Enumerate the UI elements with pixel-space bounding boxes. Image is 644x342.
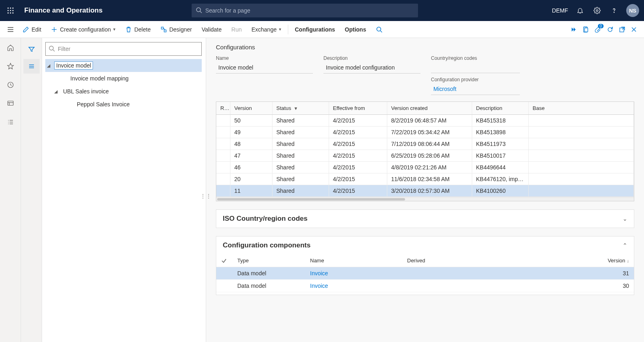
col-select[interactable] bbox=[216, 254, 232, 267]
tree-node-label: Invoice model mapping bbox=[69, 75, 130, 82]
cell-description: KB4496644 bbox=[472, 162, 528, 173]
nav-toggle-button[interactable] bbox=[3, 26, 18, 33]
grid-row[interactable]: 11Shared4/2/20153/20/2018 02:57:30 AMKB4… bbox=[216, 185, 634, 197]
filter-icon[interactable]: ▼ bbox=[293, 106, 298, 111]
rail-modules-button[interactable] bbox=[5, 116, 16, 128]
components-section-title: Configuration components bbox=[223, 241, 310, 249]
cell-rebase bbox=[216, 150, 230, 162]
cell-created: 6/25/2019 05:28:06 AM bbox=[387, 150, 472, 162]
global-search-input[interactable] bbox=[192, 4, 418, 17]
cell-select[interactable] bbox=[216, 280, 232, 292]
cell-name[interactable]: Invoice bbox=[305, 267, 402, 280]
description-label: Description bbox=[323, 55, 420, 61]
grid-row[interactable]: 47Shared4/2/20156/25/2019 05:28:06 AMKB4… bbox=[216, 150, 634, 162]
splitter-handle[interactable]: ⋮⋮ bbox=[204, 190, 207, 202]
col-description[interactable]: Description bbox=[472, 102, 528, 115]
filter-toggle-button[interactable] bbox=[23, 42, 40, 57]
related-info-button[interactable] bbox=[570, 26, 577, 33]
validate-button[interactable]: Validate bbox=[197, 21, 227, 38]
cell-rebase bbox=[216, 115, 230, 127]
cell-version: 30 bbox=[467, 280, 634, 292]
settings-button[interactable] bbox=[592, 6, 602, 15]
tree-filter-input[interactable] bbox=[45, 42, 202, 56]
configurations-button[interactable]: Configurations bbox=[290, 21, 340, 38]
cell-select[interactable] bbox=[216, 267, 232, 280]
rail-favorites-button[interactable] bbox=[5, 61, 16, 72]
tree-node-invoice-model-mapping[interactable]: Invoice model mapping bbox=[45, 72, 202, 85]
cell-rebase bbox=[216, 173, 230, 185]
grid-row[interactable]: 20Shared4/2/201511/6/2018 02:34:58 AMKB4… bbox=[216, 173, 634, 185]
caret-icon[interactable]: ◢ bbox=[47, 63, 54, 68]
col-derived[interactable]: Derived bbox=[402, 254, 467, 267]
caret-icon[interactable]: ◢ bbox=[54, 89, 61, 94]
notifications-button[interactable] bbox=[575, 6, 585, 15]
col-version[interactable]: Version bbox=[230, 102, 272, 115]
search-icon bbox=[376, 26, 382, 33]
search-icon bbox=[49, 45, 55, 52]
exchange-button[interactable]: Exchange ▾ bbox=[247, 21, 286, 38]
user-avatar[interactable]: NS bbox=[626, 4, 639, 17]
grid-row[interactable]: 46Shared4/2/20154/8/2019 02:21:26 AMKB44… bbox=[216, 162, 634, 173]
cell-description: KB4510017 bbox=[472, 150, 528, 162]
popout-button[interactable] bbox=[619, 26, 625, 33]
col-name[interactable]: Name bbox=[305, 254, 402, 267]
svg-point-7 bbox=[10, 13, 11, 14]
configurations-label: Configurations bbox=[295, 26, 335, 33]
cell-created: 7/12/2019 08:06:44 AM bbox=[387, 138, 472, 150]
plus-icon bbox=[51, 26, 57, 33]
cell-version: 20 bbox=[230, 173, 272, 185]
delete-button[interactable]: Delete bbox=[120, 21, 155, 38]
options-button[interactable]: Options bbox=[340, 21, 371, 38]
grid-row[interactable]: 48Shared4/2/20157/12/2019 08:06:44 AMKB4… bbox=[216, 138, 634, 150]
attachments-button[interactable]: 0 bbox=[595, 26, 601, 33]
col-effective[interactable]: Effective from bbox=[329, 102, 387, 115]
tree-node-invoice-model[interactable]: ◢ Invoice model bbox=[45, 59, 202, 72]
col-type[interactable]: Type bbox=[232, 254, 305, 267]
rail-home-button[interactable] bbox=[5, 42, 16, 53]
cell-status: Shared bbox=[272, 115, 329, 127]
cell-description: KB4515318 bbox=[472, 115, 528, 127]
provider-value[interactable]: Microsoft bbox=[431, 84, 520, 95]
description-value[interactable]: Invoice model configuration bbox=[323, 63, 420, 74]
component-row[interactable]: Data modelInvoice30 bbox=[216, 280, 634, 292]
tree-node-peppol-sales-invoice[interactable]: Peppol Sales Invoice bbox=[45, 98, 202, 111]
app-launcher-button[interactable] bbox=[5, 5, 16, 16]
cell-name[interactable]: Invoice bbox=[305, 280, 402, 292]
grid-row[interactable]: 49Shared4/2/20157/22/2019 05:34:42 AMKB4… bbox=[216, 127, 634, 138]
rail-workspaces-button[interactable] bbox=[5, 98, 16, 109]
iso-country-section: ISO Country/region codes ⌄ bbox=[216, 209, 634, 228]
help-button[interactable] bbox=[609, 6, 619, 15]
edit-button[interactable]: Edit bbox=[18, 21, 46, 38]
svg-rect-24 bbox=[585, 28, 588, 32]
options-label: Options bbox=[345, 26, 366, 33]
col-base[interactable]: Base bbox=[528, 102, 634, 115]
page-options-button[interactable] bbox=[583, 26, 589, 33]
component-row[interactable]: Data modelInvoice31 bbox=[216, 267, 634, 280]
close-button[interactable] bbox=[631, 27, 637, 32]
refresh-button[interactable] bbox=[607, 26, 613, 33]
svg-point-1 bbox=[10, 8, 11, 9]
iso-section-header[interactable]: ISO Country/region codes ⌄ bbox=[216, 210, 634, 228]
components-section-header[interactable]: Configuration components ⌃ bbox=[216, 236, 634, 254]
grid-row[interactable]: 50Shared4/2/20158/2/2019 06:48:57 AMKB45… bbox=[216, 115, 634, 127]
company-picker[interactable]: DEMF bbox=[552, 7, 568, 14]
designer-button[interactable]: Designer bbox=[156, 21, 197, 38]
search-action-button[interactable] bbox=[371, 21, 387, 38]
separator bbox=[288, 25, 288, 34]
col-cversion[interactable]: Version↓ bbox=[467, 254, 634, 267]
rail-recent-button[interactable] bbox=[5, 79, 16, 91]
run-label: Run bbox=[231, 26, 242, 33]
col-status[interactable]: Status▼ bbox=[272, 102, 329, 115]
create-label: Create configuration bbox=[60, 26, 111, 33]
name-value[interactable]: Invoice model bbox=[216, 63, 313, 74]
create-configuration-button[interactable]: Create configuration ▾ bbox=[46, 21, 120, 38]
provider-label: Configuration provider bbox=[431, 77, 512, 82]
list-toggle-button[interactable] bbox=[23, 59, 40, 74]
col-created[interactable]: Version created bbox=[387, 102, 472, 115]
cell-description: KB4511973 bbox=[472, 138, 528, 150]
horizontal-scrollbar[interactable] bbox=[216, 197, 634, 201]
tree-node-ubl-sales-invoice[interactable]: ◢ UBL Sales invoice bbox=[45, 85, 202, 98]
cell-description: KB4513898 bbox=[472, 127, 528, 138]
col-rebase[interactable]: R... bbox=[216, 102, 230, 115]
country-codes-value[interactable] bbox=[431, 63, 520, 73]
